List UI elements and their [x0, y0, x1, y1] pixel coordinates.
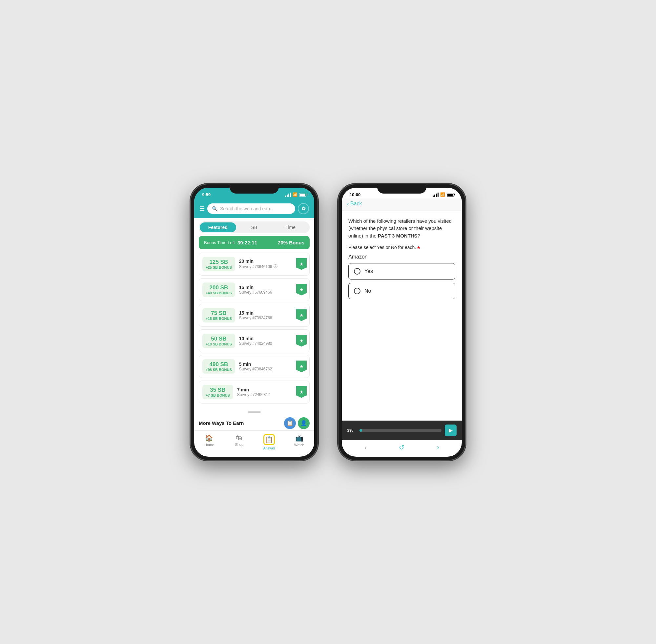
battery-icon-right: [447, 193, 454, 197]
survey-item-3[interactable]: 75 SB +15 SB BONUS 15 min Survey #739347…: [199, 304, 310, 327]
nav-shop[interactable]: 🛍 Shop: [224, 433, 255, 452]
survey-info-5: 5 min Survey #73846762: [235, 362, 306, 371]
sb-bonus-3: +15 SB BONUS: [206, 317, 232, 321]
more-ways-section: More Ways To Earn 📋 👤: [194, 414, 314, 431]
survey-item-4[interactable]: 50 SB +10 SB BONUS 10 min Survey #740249…: [199, 329, 310, 352]
sb-bonus-4: +10 SB BONUS: [206, 342, 232, 346]
survey-item-1[interactable]: 125 SB +25 SB BONUS 20 min Survey #73646…: [199, 253, 310, 276]
survey-id-2: Survey #67689466: [239, 290, 306, 295]
chevron-left-icon: ‹: [347, 201, 349, 207]
left-status-icons: 📶: [285, 192, 306, 197]
nav-home-label: Home: [204, 443, 214, 447]
bonus-label: Bonus Time Left: [204, 240, 235, 245]
tabs-row: Featured SB Time: [199, 222, 310, 233]
signal-bar-r2: [434, 194, 435, 197]
nav-back-action[interactable]: ‹: [365, 443, 367, 451]
sb-amount-6: 35 SB: [206, 387, 230, 393]
survey-info-6: 7 min Survey #72490817: [233, 387, 306, 397]
survey-time-1: 20 min: [239, 258, 306, 264]
signal-bars-left: [285, 192, 291, 197]
nav-home[interactable]: 🏠 Home: [194, 433, 224, 452]
star-badge-6: ★: [296, 386, 307, 398]
left-screen: 9:59 📶: [194, 188, 314, 457]
survey-id-4: Survey #74024980: [239, 341, 306, 346]
search-placeholder-text: Search the web and earn: [220, 206, 290, 211]
survey-time-4: 10 min: [239, 336, 306, 341]
back-button[interactable]: ‹ Back: [347, 201, 456, 207]
survey-info-3: 15 min Survey #73934766: [235, 310, 306, 320]
survey-question-text: Which of the following retailers have yo…: [348, 217, 455, 240]
search-bar[interactable]: 🔍 Search the web and earn: [207, 203, 295, 214]
select-instruction: Please select Yes or No for each.★: [348, 245, 455, 250]
signal-bar-r3: [436, 193, 437, 197]
nav-refresh-action[interactable]: ↺: [399, 443, 404, 452]
bottom-nav-left: 🏠 Home 🛍 Shop 📋 Answer 📺 Watch: [194, 431, 314, 457]
nav-answer-highlight: 📋: [263, 434, 275, 445]
survey-info-1: 20 min Survey #73646106 ⓘ: [235, 258, 306, 269]
radio-circle-yes: [354, 268, 360, 275]
tab-time[interactable]: Time: [272, 223, 309, 232]
next-button[interactable]: ▶: [445, 424, 456, 436]
sb-amount-3: 75 SB: [206, 310, 232, 317]
back-label: Back: [350, 201, 362, 207]
star-badge-4: ★: [296, 335, 307, 347]
radio-yes[interactable]: Yes: [348, 263, 455, 279]
right-status-icons: 📶: [432, 192, 454, 197]
swagbucks-icon[interactable]: ✿: [298, 203, 309, 214]
nav-watch[interactable]: 📺 Watch: [284, 433, 314, 452]
sb-amount-5: 490 SB: [206, 361, 232, 368]
survey-id-5: Survey #73846762: [239, 367, 306, 371]
survey-id-3: Survey #73934766: [239, 316, 306, 320]
tab-sb[interactable]: SB: [236, 223, 273, 232]
more-ways-title: More Ways To Earn: [199, 420, 244, 426]
info-icon-1: ⓘ: [274, 264, 278, 269]
survey-item-2[interactable]: 200 SB +40 SB BONUS 15 min Survey #67689…: [199, 278, 310, 301]
sb-badge-5: 490 SB +98 SB BONUS: [202, 359, 235, 374]
sb-badge-2: 200 SB +40 SB BONUS: [202, 282, 235, 297]
wifi-icon-right: 📶: [440, 192, 445, 197]
more-way-icon-list[interactable]: 📋: [284, 417, 296, 429]
home-icon: 🏠: [205, 434, 213, 442]
survey-id-1: Survey #73646106 ⓘ: [239, 264, 306, 269]
bonus-bar: Bonus Time Left 39:22:11 20% Bonus: [199, 236, 310, 249]
right-phone: 10:00 📶 ‹ B: [338, 184, 466, 461]
bonus-left: Bonus Time Left 39:22:11: [204, 240, 257, 246]
sb-badge-4: 50 SB +10 SB BONUS: [202, 334, 235, 348]
survey-id-6: Survey #72490817: [237, 392, 306, 397]
hamburger-button[interactable]: ☰: [200, 205, 205, 212]
sb-badge-3: 75 SB +15 SB BONUS: [202, 308, 235, 322]
bonus-percent: 20% Bonus: [278, 240, 304, 246]
survey-list: 125 SB +25 SB BONUS 20 min Survey #73646…: [194, 253, 314, 410]
signal-bar-r1: [432, 196, 434, 197]
survey-item-6[interactable]: 35 SB +7 SB BONUS 7 min Survey #72490817…: [199, 381, 310, 404]
left-phone: 9:59 📶: [190, 184, 318, 461]
progress-fill: [359, 429, 362, 432]
sb-amount-2: 200 SB: [206, 284, 232, 291]
right-screen: 10:00 📶 ‹ B: [342, 188, 462, 457]
nav-forward-action[interactable]: ›: [437, 443, 439, 451]
more-way-icon-person[interactable]: 👤: [298, 417, 310, 429]
tab-featured[interactable]: Featured: [200, 223, 236, 232]
signal-bar-r4: [438, 192, 439, 197]
radio-yes-label: Yes: [365, 268, 373, 274]
progress-track: [359, 429, 442, 432]
bonus-time: 39:22:11: [237, 240, 257, 246]
search-icon: 🔍: [212, 206, 217, 211]
retailer-name: Amazon: [348, 254, 455, 260]
nav-answer[interactable]: 📋 Answer: [254, 433, 284, 452]
progress-percent-label: 3%: [347, 428, 356, 433]
left-header: ☰ 🔍 Search the web and earn ✿: [194, 199, 314, 218]
left-time: 9:59: [202, 192, 211, 197]
sb-amount-4: 50 SB: [206, 336, 232, 342]
search-bar-row: ☰ 🔍 Search the web and earn ✿: [200, 203, 309, 214]
survey-info-2: 15 min Survey #67689466: [235, 285, 306, 295]
required-star: ★: [417, 245, 421, 250]
notch-left: [230, 184, 279, 193]
nav-watch-label: Watch: [294, 443, 304, 447]
survey-item-5[interactable]: 490 SB +98 SB BONUS 5 min Survey #738467…: [199, 355, 310, 378]
sb-bonus-2: +40 SB BONUS: [206, 291, 232, 295]
star-badge-3: ★: [296, 309, 307, 321]
sb-amount-1: 125 SB: [206, 259, 232, 266]
radio-no[interactable]: No: [348, 283, 455, 299]
phones-container: 9:59 📶: [190, 184, 466, 461]
